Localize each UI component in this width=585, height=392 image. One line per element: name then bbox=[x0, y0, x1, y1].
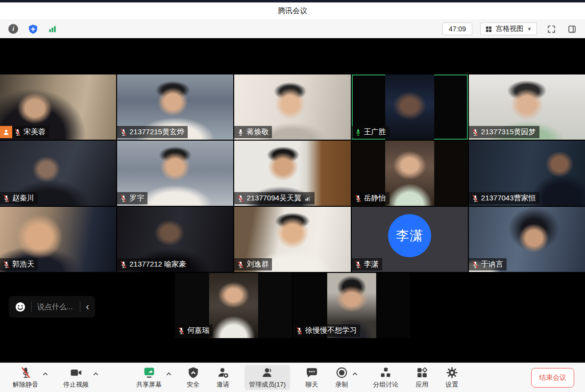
participant-label: 宋美蓉 bbox=[0, 126, 49, 138]
participant-tile[interactable]: 21377094吴天翼 bbox=[234, 141, 350, 206]
participant-tile[interactable]: 21377212 喻家豪 bbox=[117, 207, 233, 272]
dropdown-caret-icon: ▼ bbox=[527, 26, 532, 32]
participant-name: 21377094吴天翼 bbox=[246, 194, 301, 203]
video-options-chevron-icon[interactable] bbox=[93, 369, 98, 378]
members-icon bbox=[261, 366, 273, 379]
chat-bubble-icon bbox=[306, 366, 318, 379]
participant-tile[interactable]: 罗宇 bbox=[117, 141, 233, 206]
emoji-smiley-icon[interactable] bbox=[15, 301, 26, 313]
view-selector-label: 宫格视图 bbox=[496, 24, 523, 33]
fullscreen-icon[interactable] bbox=[545, 23, 558, 35]
meeting-info-icon[interactable]: i bbox=[7, 23, 20, 35]
participant-label: 罗宇 bbox=[117, 192, 147, 204]
button-label: 聊天 bbox=[305, 380, 318, 389]
title-bar: 腾讯会议 bbox=[0, 2, 585, 20]
breakout-rooms-icon bbox=[380, 366, 392, 379]
participant-label: 李潇 bbox=[352, 258, 382, 270]
end-meeting-button[interactable]: 结束会议 bbox=[531, 368, 574, 388]
participant-tile[interactable]: 郭浩天 bbox=[0, 207, 116, 272]
participant-tile[interactable]: 于讷言 bbox=[469, 207, 585, 272]
side-panel-icon[interactable] bbox=[565, 23, 578, 35]
invite-button[interactable]: 邀请 bbox=[215, 365, 231, 390]
mic-status-icon bbox=[2, 261, 10, 269]
button-label: 设置 bbox=[445, 380, 458, 389]
mic-status-icon bbox=[354, 195, 362, 202]
participant-tile[interactable]: 21377315黄园梦 bbox=[469, 74, 585, 140]
participant-tile[interactable]: 李潇 李潇 bbox=[352, 207, 468, 272]
signal-strength-icon[interactable] bbox=[46, 23, 59, 35]
participant-name: 蒋焕敬 bbox=[246, 127, 268, 137]
collapse-left-icon[interactable]: ‹ bbox=[86, 301, 89, 313]
participant-tile[interactable]: 何嘉瑞 bbox=[175, 273, 292, 338]
participant-name: 郭浩天 bbox=[12, 260, 34, 269]
screen-share-icon bbox=[143, 366, 155, 379]
mic-status-icon bbox=[237, 261, 244, 269]
video-strip bbox=[209, 273, 258, 338]
participant-label: 于讷言 bbox=[469, 258, 507, 270]
participant-tile[interactable]: 蒋焕敬 bbox=[234, 74, 350, 140]
video-strip bbox=[385, 74, 434, 140]
mic-status-icon bbox=[237, 195, 244, 202]
avatar: 李潇 bbox=[388, 214, 431, 257]
video-grid: 宋美蓉 21377215黄玄烨 bbox=[0, 38, 585, 363]
mic-status-icon bbox=[237, 128, 244, 136]
record-icon bbox=[336, 366, 348, 379]
participant-name: 王广胜 bbox=[364, 127, 386, 137]
button-label: 安全 bbox=[187, 380, 199, 389]
view-selector[interactable]: 宫格视图 ▼ bbox=[480, 23, 537, 35]
button-label: 共享屏幕 bbox=[136, 380, 162, 389]
video-row-2: 赵秦川 罗宇 bbox=[0, 141, 585, 206]
button-label: 邀请 bbox=[217, 380, 229, 389]
chat-button[interactable]: 聊天 bbox=[303, 365, 320, 390]
participant-name: 21377212 喻家豪 bbox=[129, 260, 186, 269]
participant-tile[interactable]: 21377043曹家恒 bbox=[469, 141, 585, 206]
mic-options-chevron-icon[interactable] bbox=[43, 369, 48, 378]
record-button[interactable]: 录制 bbox=[333, 365, 350, 390]
meeting-window: 腾讯会议 i 47:09 宫格视图 ▼ bbox=[0, 0, 585, 392]
mic-status-icon bbox=[177, 327, 185, 335]
participant-name: 岳静怡 bbox=[364, 194, 386, 203]
share-options-chevron-icon[interactable] bbox=[166, 369, 171, 378]
mic-status-icon bbox=[354, 128, 362, 136]
participant-tile[interactable]: 宋美蓉 bbox=[0, 74, 116, 140]
participant-name: 21377215黄玄烨 bbox=[129, 127, 184, 137]
bottom-toolbar: 解除静音 停止视频 共享屏幕 安全 bbox=[0, 363, 585, 392]
participant-tile[interactable]: 赵秦川 bbox=[0, 141, 116, 206]
mic-status-icon bbox=[120, 261, 127, 269]
top-toolbar-left: i bbox=[7, 23, 59, 35]
mic-status-icon bbox=[2, 195, 10, 202]
mic-status-icon bbox=[471, 128, 479, 136]
security-button[interactable]: 安全 bbox=[185, 365, 201, 390]
camera-icon bbox=[70, 366, 82, 379]
participant-tile[interactable]: 刘逸群 bbox=[234, 207, 350, 272]
participant-label: 赵秦川 bbox=[0, 192, 38, 204]
mic-status-icon bbox=[120, 195, 127, 202]
breakout-rooms-button[interactable]: 分组讨论 bbox=[371, 365, 400, 390]
button-label: 停止视频 bbox=[63, 380, 89, 389]
record-options-chevron-icon[interactable] bbox=[352, 369, 358, 378]
share-screen-button[interactable]: 共享屏幕 bbox=[134, 365, 164, 390]
top-toolbar-right: 47:09 宫格视图 ▼ bbox=[442, 23, 578, 35]
button-label: 应用 bbox=[415, 380, 428, 389]
participant-tile[interactable]: 岳静怡 bbox=[352, 141, 468, 206]
participant-tile[interactable]: 王广胜 bbox=[352, 74, 468, 140]
participant-tile[interactable]: 21377215黄玄烨 bbox=[117, 74, 233, 140]
invite-person-icon bbox=[217, 366, 229, 379]
apps-button[interactable]: 应用 bbox=[414, 365, 430, 390]
stop-video-button[interactable]: 停止视频 bbox=[61, 365, 91, 390]
participant-name: 刘逸群 bbox=[246, 260, 268, 269]
manage-members-button[interactable]: 管理成员(17) bbox=[244, 365, 290, 390]
mic-status-icon bbox=[471, 261, 479, 269]
host-badge-icon bbox=[0, 126, 12, 138]
video-strip bbox=[385, 141, 434, 206]
shield-plus-icon[interactable] bbox=[26, 23, 39, 35]
settings-button[interactable]: 设置 bbox=[443, 365, 460, 390]
participant-name: 宋美蓉 bbox=[24, 127, 46, 137]
unmute-button[interactable]: 解除静音 bbox=[11, 365, 40, 390]
apps-icon bbox=[416, 366, 428, 379]
participant-label: 21377094吴天翼 bbox=[234, 192, 315, 204]
participant-tile[interactable]: 徐慢慢不想学习 bbox=[293, 273, 410, 338]
chat-input-placeholder[interactable]: 说点什么... bbox=[37, 302, 74, 312]
security-shield-icon bbox=[187, 366, 199, 379]
network-signal-icon bbox=[304, 195, 311, 202]
